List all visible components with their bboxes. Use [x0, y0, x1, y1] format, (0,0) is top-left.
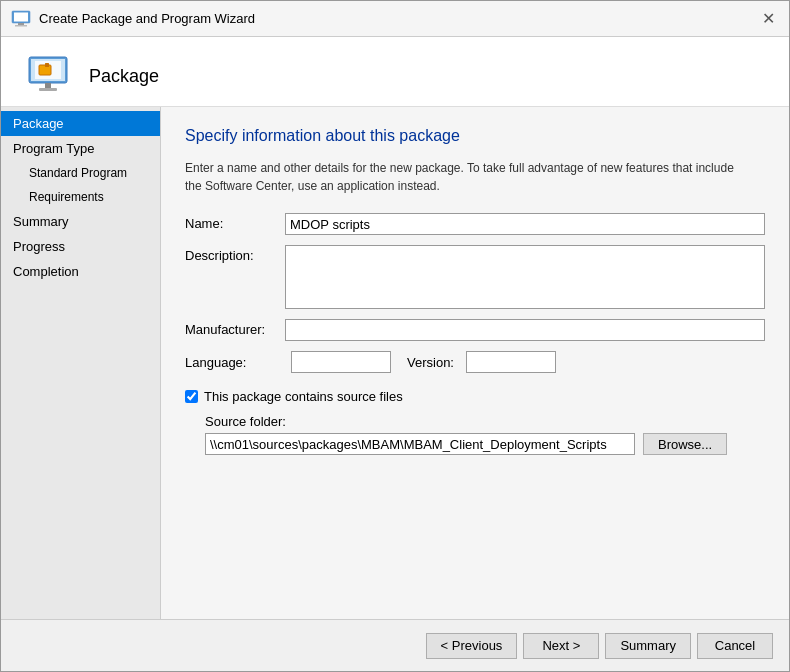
- sidebar: Package Program Type Standard Program Re…: [1, 107, 161, 619]
- window-title: Create Package and Program Wizard: [39, 11, 255, 26]
- manufacturer-input[interactable]: [285, 319, 765, 341]
- version-label: Version:: [407, 355, 454, 370]
- source-folder-section: Source folder: Browse...: [205, 414, 765, 465]
- manufacturer-row: Manufacturer:: [185, 319, 765, 341]
- svg-rect-3: [15, 25, 27, 27]
- name-input[interactable]: [285, 213, 765, 235]
- svg-rect-2: [18, 23, 24, 25]
- language-label: Language:: [185, 355, 285, 370]
- version-input[interactable]: [466, 351, 556, 373]
- language-input[interactable]: [291, 351, 391, 373]
- language-version-row: Language: Version:: [185, 351, 765, 373]
- sidebar-item-package[interactable]: Package: [1, 111, 160, 136]
- source-files-label[interactable]: This package contains source files: [204, 389, 403, 404]
- cancel-button[interactable]: Cancel: [697, 633, 773, 659]
- wizard-window: Create Package and Program Wizard ✕ Pack…: [0, 0, 790, 672]
- package-header-icon: [25, 53, 73, 101]
- app-icon: [11, 9, 31, 29]
- source-folder-input[interactable]: [205, 433, 635, 455]
- source-folder-label: Source folder:: [205, 414, 765, 429]
- main-title: Specify information about this package: [185, 127, 765, 145]
- svg-rect-8: [45, 63, 49, 67]
- manufacturer-label: Manufacturer:: [185, 319, 285, 337]
- sidebar-item-standard-program[interactable]: Standard Program: [1, 161, 160, 185]
- content-area: Package Program Type Standard Program Re…: [1, 107, 789, 619]
- sidebar-item-requirements[interactable]: Requirements: [1, 185, 160, 209]
- browse-button[interactable]: Browse...: [643, 433, 727, 455]
- sidebar-item-summary[interactable]: Summary: [1, 209, 160, 234]
- source-files-checkbox[interactable]: [185, 390, 198, 403]
- info-text: Enter a name and other details for the n…: [185, 159, 745, 195]
- description-input[interactable]: [285, 245, 765, 309]
- name-label: Name:: [185, 213, 285, 231]
- sidebar-item-completion[interactable]: Completion: [1, 259, 160, 284]
- footer: < Previous Next > Summary Cancel: [1, 619, 789, 671]
- previous-button[interactable]: < Previous: [426, 633, 518, 659]
- svg-rect-9: [45, 83, 51, 88]
- name-row: Name:: [185, 213, 765, 235]
- close-button[interactable]: ✕: [758, 11, 779, 27]
- sidebar-item-progress[interactable]: Progress: [1, 234, 160, 259]
- svg-rect-1: [14, 12, 28, 21]
- svg-rect-10: [39, 88, 57, 91]
- next-button[interactable]: Next >: [523, 633, 599, 659]
- summary-button[interactable]: Summary: [605, 633, 691, 659]
- main-content: Specify information about this package E…: [161, 107, 789, 619]
- titlebar-left: Create Package and Program Wizard: [11, 9, 255, 29]
- source-files-checkbox-row: This package contains source files: [185, 389, 765, 404]
- titlebar: Create Package and Program Wizard ✕: [1, 1, 789, 37]
- sidebar-item-program-type[interactable]: Program Type: [1, 136, 160, 161]
- description-label: Description:: [185, 245, 285, 263]
- header-package-label: Package: [89, 66, 159, 87]
- source-folder-row: Browse...: [205, 433, 765, 455]
- description-row: Description:: [185, 245, 765, 309]
